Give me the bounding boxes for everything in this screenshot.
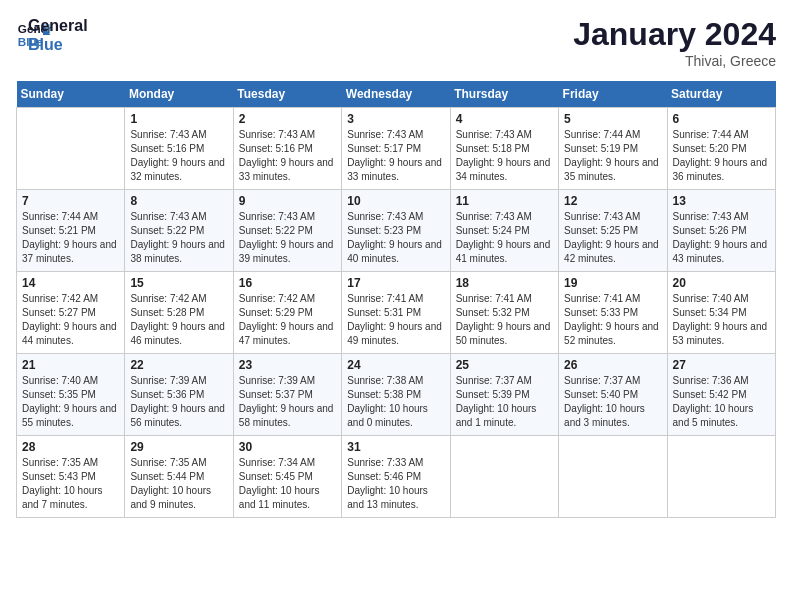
sunrise-text: Sunrise: 7:37 AM <box>456 375 532 386</box>
sunset-text: Sunset: 5:46 PM <box>347 471 421 482</box>
sunrise-text: Sunrise: 7:40 AM <box>673 293 749 304</box>
calendar-day-cell: 14 Sunrise: 7:42 AM Sunset: 5:27 PM Dayl… <box>17 272 125 354</box>
day-number: 12 <box>564 194 661 208</box>
sunset-text: Sunset: 5:22 PM <box>130 225 204 236</box>
calendar-day-cell <box>559 436 667 518</box>
calendar-day-cell: 22 Sunrise: 7:39 AM Sunset: 5:36 PM Dayl… <box>125 354 233 436</box>
calendar-day-cell: 13 Sunrise: 7:43 AM Sunset: 5:26 PM Dayl… <box>667 190 775 272</box>
day-number: 3 <box>347 112 444 126</box>
calendar-day-cell: 28 Sunrise: 7:35 AM Sunset: 5:43 PM Dayl… <box>17 436 125 518</box>
sunset-text: Sunset: 5:40 PM <box>564 389 638 400</box>
daylight-text: Daylight: 9 hours and 35 minutes. <box>564 157 659 182</box>
daylight-text: Daylight: 9 hours and 36 minutes. <box>673 157 768 182</box>
calendar-day-cell: 15 Sunrise: 7:42 AM Sunset: 5:28 PM Dayl… <box>125 272 233 354</box>
sunset-text: Sunset: 5:42 PM <box>673 389 747 400</box>
calendar-day-cell: 18 Sunrise: 7:41 AM Sunset: 5:32 PM Dayl… <box>450 272 558 354</box>
sunrise-text: Sunrise: 7:37 AM <box>564 375 640 386</box>
daylight-text: Daylight: 9 hours and 58 minutes. <box>239 403 334 428</box>
day-number: 20 <box>673 276 770 290</box>
day-number: 1 <box>130 112 227 126</box>
weekday-header-sunday: Sunday <box>17 81 125 108</box>
logo: General Blue General Blue <box>16 16 88 54</box>
logo-line2: Blue <box>28 35 88 54</box>
daylight-text: Daylight: 9 hours and 55 minutes. <box>22 403 117 428</box>
weekday-header-thursday: Thursday <box>450 81 558 108</box>
day-number: 14 <box>22 276 119 290</box>
sunrise-text: Sunrise: 7:42 AM <box>22 293 98 304</box>
daylight-text: Daylight: 10 hours and 9 minutes. <box>130 485 211 510</box>
calendar-day-cell: 6 Sunrise: 7:44 AM Sunset: 5:20 PM Dayli… <box>667 108 775 190</box>
day-info: Sunrise: 7:43 AM Sunset: 5:16 PM Dayligh… <box>239 128 336 184</box>
day-number: 15 <box>130 276 227 290</box>
day-number: 9 <box>239 194 336 208</box>
daylight-text: Daylight: 9 hours and 42 minutes. <box>564 239 659 264</box>
sunset-text: Sunset: 5:39 PM <box>456 389 530 400</box>
sunset-text: Sunset: 5:27 PM <box>22 307 96 318</box>
daylight-text: Daylight: 9 hours and 37 minutes. <box>22 239 117 264</box>
daylight-text: Daylight: 9 hours and 33 minutes. <box>347 157 442 182</box>
sunset-text: Sunset: 5:43 PM <box>22 471 96 482</box>
sunrise-text: Sunrise: 7:43 AM <box>130 129 206 140</box>
sunset-text: Sunset: 5:32 PM <box>456 307 530 318</box>
sunset-text: Sunset: 5:20 PM <box>673 143 747 154</box>
calendar-day-cell: 31 Sunrise: 7:33 AM Sunset: 5:46 PM Dayl… <box>342 436 450 518</box>
sunset-text: Sunset: 5:19 PM <box>564 143 638 154</box>
day-number: 19 <box>564 276 661 290</box>
calendar-day-cell: 11 Sunrise: 7:43 AM Sunset: 5:24 PM Dayl… <box>450 190 558 272</box>
daylight-text: Daylight: 9 hours and 50 minutes. <box>456 321 551 346</box>
day-number: 6 <box>673 112 770 126</box>
daylight-text: Daylight: 9 hours and 34 minutes. <box>456 157 551 182</box>
daylight-text: Daylight: 10 hours and 13 minutes. <box>347 485 428 510</box>
day-info: Sunrise: 7:41 AM Sunset: 5:32 PM Dayligh… <box>456 292 553 348</box>
calendar-day-cell: 23 Sunrise: 7:39 AM Sunset: 5:37 PM Dayl… <box>233 354 341 436</box>
day-number: 29 <box>130 440 227 454</box>
day-number: 17 <box>347 276 444 290</box>
sunset-text: Sunset: 5:36 PM <box>130 389 204 400</box>
day-info: Sunrise: 7:42 AM Sunset: 5:27 PM Dayligh… <box>22 292 119 348</box>
sunset-text: Sunset: 5:31 PM <box>347 307 421 318</box>
day-number: 10 <box>347 194 444 208</box>
calendar-day-cell: 17 Sunrise: 7:41 AM Sunset: 5:31 PM Dayl… <box>342 272 450 354</box>
calendar-week-row: 1 Sunrise: 7:43 AM Sunset: 5:16 PM Dayli… <box>17 108 776 190</box>
day-info: Sunrise: 7:37 AM Sunset: 5:39 PM Dayligh… <box>456 374 553 430</box>
daylight-text: Daylight: 10 hours and 3 minutes. <box>564 403 645 428</box>
weekday-header-wednesday: Wednesday <box>342 81 450 108</box>
daylight-text: Daylight: 9 hours and 38 minutes. <box>130 239 225 264</box>
day-number: 22 <box>130 358 227 372</box>
title-block: January 2024 Thivai, Greece <box>573 16 776 69</box>
sunset-text: Sunset: 5:18 PM <box>456 143 530 154</box>
day-info: Sunrise: 7:36 AM Sunset: 5:42 PM Dayligh… <box>673 374 770 430</box>
sunrise-text: Sunrise: 7:43 AM <box>456 129 532 140</box>
sunset-text: Sunset: 5:16 PM <box>130 143 204 154</box>
day-info: Sunrise: 7:44 AM Sunset: 5:19 PM Dayligh… <box>564 128 661 184</box>
sunrise-text: Sunrise: 7:41 AM <box>456 293 532 304</box>
calendar-day-cell: 26 Sunrise: 7:37 AM Sunset: 5:40 PM Dayl… <box>559 354 667 436</box>
calendar-day-cell: 2 Sunrise: 7:43 AM Sunset: 5:16 PM Dayli… <box>233 108 341 190</box>
day-number: 30 <box>239 440 336 454</box>
daylight-text: Daylight: 9 hours and 47 minutes. <box>239 321 334 346</box>
calendar-day-cell: 25 Sunrise: 7:37 AM Sunset: 5:39 PM Dayl… <box>450 354 558 436</box>
sunrise-text: Sunrise: 7:43 AM <box>130 211 206 222</box>
day-info: Sunrise: 7:39 AM Sunset: 5:36 PM Dayligh… <box>130 374 227 430</box>
weekday-header-tuesday: Tuesday <box>233 81 341 108</box>
calendar-day-cell: 5 Sunrise: 7:44 AM Sunset: 5:19 PM Dayli… <box>559 108 667 190</box>
day-info: Sunrise: 7:34 AM Sunset: 5:45 PM Dayligh… <box>239 456 336 512</box>
day-info: Sunrise: 7:43 AM Sunset: 5:16 PM Dayligh… <box>130 128 227 184</box>
calendar-day-cell: 1 Sunrise: 7:43 AM Sunset: 5:16 PM Dayli… <box>125 108 233 190</box>
sunset-text: Sunset: 5:23 PM <box>347 225 421 236</box>
sunrise-text: Sunrise: 7:42 AM <box>239 293 315 304</box>
sunrise-text: Sunrise: 7:44 AM <box>673 129 749 140</box>
day-number: 18 <box>456 276 553 290</box>
sunset-text: Sunset: 5:33 PM <box>564 307 638 318</box>
sunset-text: Sunset: 5:21 PM <box>22 225 96 236</box>
sunset-text: Sunset: 5:34 PM <box>673 307 747 318</box>
calendar-day-cell: 8 Sunrise: 7:43 AM Sunset: 5:22 PM Dayli… <box>125 190 233 272</box>
day-number: 27 <box>673 358 770 372</box>
sunrise-text: Sunrise: 7:43 AM <box>347 211 423 222</box>
page-header: General Blue General Blue January 2024 T… <box>16 16 776 69</box>
day-number: 13 <box>673 194 770 208</box>
calendar-day-cell: 7 Sunrise: 7:44 AM Sunset: 5:21 PM Dayli… <box>17 190 125 272</box>
day-info: Sunrise: 7:33 AM Sunset: 5:46 PM Dayligh… <box>347 456 444 512</box>
location: Thivai, Greece <box>573 53 776 69</box>
daylight-text: Daylight: 10 hours and 0 minutes. <box>347 403 428 428</box>
